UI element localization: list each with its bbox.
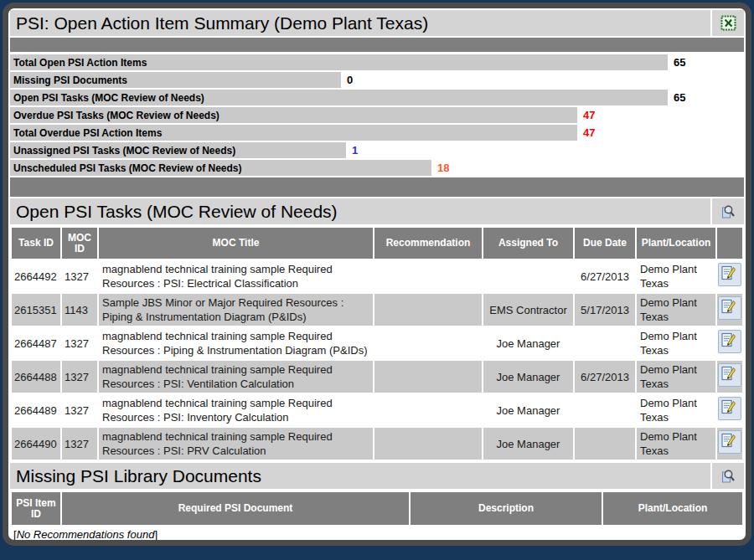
moc-id: 1327 — [62, 361, 97, 393]
summary-bar: Unscheduled PSI Tasks (MOC Review of Nee… — [10, 160, 431, 176]
due-date — [575, 394, 635, 426]
summary-value: 0 — [347, 74, 353, 86]
edit-task-button[interactable] — [718, 263, 741, 286]
missing-docs-table: PSI Item ID Required PSI Document Descri… — [10, 491, 744, 527]
summary-row: Unscheduled PSI Tasks (MOC Review of Nee… — [10, 160, 744, 176]
col-moc-title: MOC Title — [99, 228, 373, 259]
summary-value: 1 — [352, 144, 358, 157]
task-row: 2664488 1327 magnablend technical traini… — [12, 361, 742, 393]
summary-value: 47 — [583, 109, 595, 121]
plant-location: Demo Plant Texas — [637, 327, 715, 359]
assigned-to: Joe Manager — [483, 394, 573, 426]
recommendation — [374, 394, 482, 426]
edit-icon — [720, 331, 740, 348]
open-tasks-title: Open PSI Tasks (MOC Review of Needs) — [10, 198, 710, 224]
edit-icon — [720, 432, 740, 449]
missing-docs-title: Missing PSI Library Documents — [10, 463, 710, 489]
task-row: 2664492 1327 magnablend technical traini… — [12, 260, 742, 292]
summary-bar: Unassigned PSI Tasks (MOC Review of Need… — [10, 142, 346, 158]
recommendation — [374, 294, 482, 326]
recommendation — [374, 260, 482, 292]
window-title-row: PSI: Open Action Item Summary (Demo Plan… — [10, 10, 744, 36]
edit-icon — [720, 265, 740, 281]
summary-bar: Missing PSI Documents — [10, 72, 341, 88]
moc-title: magnablend technical training sample Req… — [99, 394, 373, 426]
summary-label: Unscheduled PSI Tasks (MOC Review of Nee… — [13, 162, 242, 174]
report-window: PSI: Open Action Item Summary (Demo Plan… — [3, 3, 751, 546]
moc-id: 1327 — [62, 394, 97, 426]
summary-value: 65 — [674, 91, 685, 104]
due-date: 6/27/2013 — [575, 260, 635, 292]
moc-id: 1327 — [62, 428, 97, 460]
col-plant-location: Plant/Location — [603, 492, 742, 525]
moc-title: magnablend technical training sample Req… — [99, 428, 373, 460]
magnifier-icon — [720, 203, 736, 220]
col-plant-location: Plant/Location — [637, 228, 715, 259]
open-tasks-title-row: Open PSI Tasks (MOC Review of Needs) — [10, 198, 744, 224]
assigned-to: Joe Manager — [483, 327, 573, 359]
summary-label: Unassigned PSI Tasks (MOC Review of Need… — [13, 145, 235, 157]
col-moc-id: MOC ID — [62, 228, 97, 259]
summary-section: Total Open PSI Action Items 65 Missing P… — [10, 54, 744, 176]
summary-label: Total Overdue PSI Action Items — [13, 127, 162, 139]
magnifier-icon — [720, 468, 736, 485]
edit-task-button[interactable] — [718, 397, 741, 420]
summary-row: Overdue PSI Tasks (MOC Review of Needs) … — [10, 107, 744, 123]
col-required-doc: Required PSI Document — [62, 492, 409, 525]
header-divider — [10, 38, 744, 52]
export-excel-button[interactable] — [712, 10, 744, 36]
edit-task-button[interactable] — [718, 363, 741, 387]
col-actions — [717, 228, 742, 259]
plant-location: Demo Plant Texas — [637, 394, 715, 426]
task-id: 2664489 — [12, 394, 60, 426]
task-row: 2664489 1327 magnablend technical traini… — [12, 394, 742, 426]
summary-row: Total Overdue PSI Action Items 47 — [10, 125, 744, 141]
summary-label: Missing PSI Documents — [13, 74, 127, 86]
recommendation — [374, 361, 482, 393]
moc-id: 1327 — [62, 260, 97, 292]
recommendation — [374, 428, 482, 460]
edit-task-button[interactable] — [718, 430, 741, 454]
assigned-to: Joe Manager — [483, 428, 573, 460]
missing-docs-title-row: Missing PSI Library Documents — [10, 463, 744, 489]
excel-icon — [720, 15, 736, 31]
summary-value: 18 — [437, 162, 449, 174]
moc-title: magnablend technical training sample Req… — [99, 260, 373, 292]
open-tasks-preview-button[interactable] — [712, 198, 744, 224]
edit-icon — [720, 298, 740, 315]
task-row: 2664487 1327 magnablend technical traini… — [12, 327, 742, 359]
due-date — [575, 428, 635, 460]
summary-row: Total Open PSI Action Items 65 — [10, 54, 744, 70]
task-id: 2664487 — [12, 327, 60, 359]
task-id: 2664492 — [12, 260, 60, 292]
task-id: 2615351 — [12, 294, 60, 326]
due-date: 5/17/2013 — [575, 294, 635, 326]
task-id: 2664488 — [12, 361, 60, 393]
summary-value: 65 — [674, 56, 685, 69]
col-description: Description — [411, 492, 602, 525]
section-divider — [10, 177, 744, 197]
open-tasks-table: Task ID MOC ID MOC Title Recommendation … — [10, 226, 744, 461]
summary-row: Open PSI Tasks (MOC Review of Needs) 65 — [10, 90, 744, 105]
moc-id: 1327 — [62, 327, 97, 359]
plant-location: Demo Plant Texas — [637, 260, 715, 292]
edit-task-button[interactable] — [718, 296, 741, 320]
summary-row: Unassigned PSI Tasks (MOC Review of Need… — [10, 142, 744, 158]
moc-title: magnablend technical training sample Req… — [99, 327, 373, 359]
col-assigned-to: Assigned To — [483, 228, 573, 259]
summary-bar: Open PSI Tasks (MOC Review of Needs) — [10, 90, 668, 105]
no-recommendations-message: [No Recommendations found] — [10, 527, 744, 546]
summary-bar: Overdue PSI Tasks (MOC Review of Needs) — [10, 107, 577, 123]
summary-label: Total Open PSI Action Items — [13, 57, 147, 69]
moc-id: 1143 — [62, 294, 97, 326]
plant-location: Demo Plant Texas — [637, 428, 715, 460]
edit-icon — [720, 398, 740, 415]
task-row: 2615351 1143 Sample JBS Minor or Major R… — [12, 294, 742, 326]
assigned-to: EMS Contractor — [483, 294, 573, 326]
summary-bar: Total Overdue PSI Action Items — [10, 125, 577, 141]
edit-task-button[interactable] — [718, 330, 741, 353]
page-title: PSI: Open Action Item Summary (Demo Plan… — [10, 10, 710, 36]
missing-docs-preview-button[interactable] — [712, 463, 744, 489]
plant-location: Demo Plant Texas — [637, 361, 715, 393]
col-psi-item-id: PSI Item ID — [12, 492, 60, 525]
